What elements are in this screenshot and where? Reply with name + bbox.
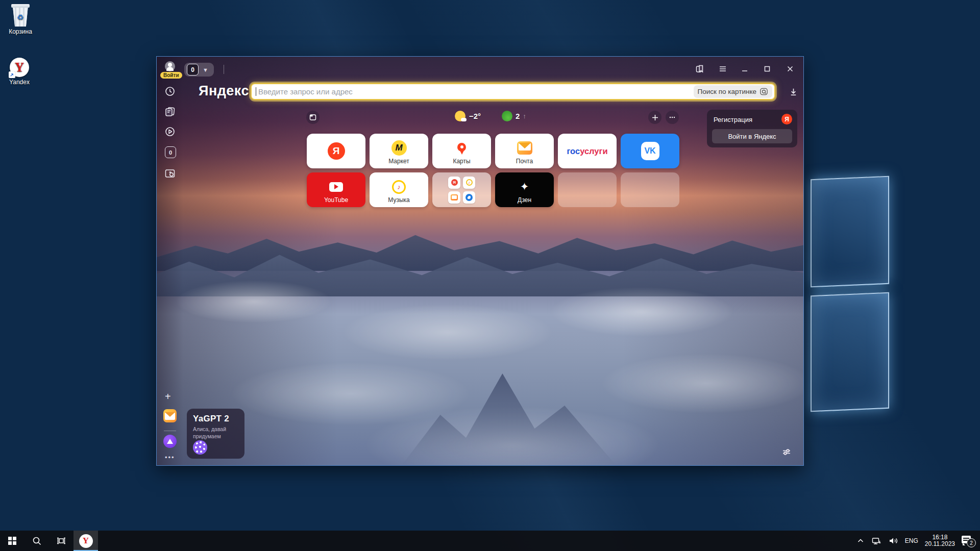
tile-yandex[interactable]: Я — [307, 134, 365, 168]
taskbar-yandex-browser-button[interactable]: Y — [74, 531, 98, 551]
music-icon: ♪ — [392, 180, 406, 194]
maximize-button[interactable] — [760, 61, 775, 77]
yagpt-icon — [193, 440, 207, 455]
windows-logo-pane-bottom — [811, 292, 889, 412]
tab-counter-control[interactable]: 0 ▼ — [184, 63, 214, 77]
login-yandex-button[interactable]: Войти в Яндекс — [712, 129, 792, 143]
taskbar-clock[interactable]: 16:18 20.11.2023 — [925, 534, 955, 547]
search-icon — [32, 536, 42, 546]
search-bar[interactable]: Поиск по картинке — [251, 83, 775, 100]
profile-avatar[interactable] — [165, 61, 175, 71]
notification-badge: 2 — [967, 538, 976, 547]
taskbar-search-button[interactable] — [24, 531, 49, 551]
tile-empty[interactable] — [558, 172, 617, 207]
traffic-up-icon: ↑ — [523, 112, 526, 120]
search-input[interactable] — [256, 87, 694, 96]
yagpt-subtitle: Алиса, давай придумаем — [193, 426, 234, 440]
weather-informer[interactable]: −2° — [455, 111, 481, 121]
board-view-button[interactable] — [306, 111, 320, 124]
tile-mail[interactable]: Почта — [495, 134, 554, 168]
minimize-button[interactable] — [737, 61, 752, 77]
desktop-icon-yandex[interactable]: Y Yandex — [0, 58, 39, 86]
sidebar-screenshot-button[interactable] — [164, 167, 176, 180]
alice-icon — [167, 439, 173, 444]
plus-icon — [652, 114, 658, 121]
traffic-informer[interactable]: 2 ↑ — [502, 111, 526, 121]
recycle-bin-label: Корзина — [1, 28, 40, 35]
tile-folder-group[interactable]: Я ♪ — [432, 172, 491, 207]
image-search-icon — [760, 87, 768, 96]
play-circle-icon — [164, 126, 176, 137]
tile-label: Почта — [495, 158, 554, 165]
yagpt-widget[interactable]: YaGPT 2 Алиса, давай придумаем — [187, 409, 244, 459]
sidebar-tabs-button[interactable]: 0 — [165, 146, 176, 158]
tile-gosuslugi[interactable]: госуслуги — [558, 134, 617, 168]
close-button[interactable] — [782, 61, 798, 77]
start-button[interactable] — [0, 531, 24, 551]
youtube-play-icon — [329, 182, 343, 192]
sidebar-history-button[interactable] — [164, 86, 176, 97]
maximize-icon — [764, 65, 771, 72]
sidebar-feed-button[interactable] — [164, 106, 176, 118]
vk-icon: VK — [641, 142, 659, 160]
volume-icon[interactable] — [888, 536, 898, 545]
mail-icon — [451, 194, 458, 201]
weather-sun-icon — [455, 111, 465, 121]
action-center-button[interactable]: 2 — [962, 535, 975, 547]
sidebar-add-button[interactable]: + — [165, 391, 171, 403]
tile-label: Карты — [432, 158, 491, 165]
panels-icon — [695, 64, 705, 74]
board-icon — [309, 114, 316, 121]
browser-icon — [465, 194, 473, 201]
downloads-button[interactable] — [786, 85, 801, 98]
background-settings-button[interactable] — [781, 446, 792, 460]
more-options-button[interactable] — [666, 111, 679, 124]
tile-market[interactable]: M Маркет — [370, 134, 428, 168]
alice-assistant-button[interactable] — [163, 435, 177, 448]
tile-maps[interactable]: Карты — [432, 134, 491, 168]
gosuslugi-logo: госуслуги — [567, 146, 607, 156]
yandex-icon: Я — [328, 142, 345, 160]
tray-chevron-up-icon[interactable] — [856, 537, 865, 545]
traffic-light-icon — [502, 111, 512, 121]
task-view-button[interactable] — [49, 531, 74, 551]
date: 20.11.2023 — [925, 541, 955, 547]
mini-tile-browser[interactable] — [463, 191, 475, 204]
music-icon: ♪ — [466, 179, 473, 186]
minimize-icon — [741, 65, 748, 72]
side-panel-button[interactable] — [692, 61, 707, 77]
mini-tile-music[interactable]: ♪ — [463, 177, 475, 189]
tile-youtube[interactable]: YouTube — [307, 172, 365, 207]
tile-music[interactable]: ♪ Музыка — [370, 172, 428, 207]
registration-title: Регистрация — [714, 116, 752, 123]
desktop-wallpaper: ♻ Корзина Y Yandex Войти 0 ▼ — [0, 0, 980, 551]
tile-vk[interactable]: VK — [621, 134, 679, 168]
recycle-bin-icon: ♻ — [10, 4, 31, 27]
tile-label: Музыка — [370, 196, 428, 204]
market-icon: M — [391, 140, 407, 156]
yandex-icon: Я — [451, 179, 458, 186]
screenshot-camera-icon — [164, 167, 176, 180]
tile-dzen[interactable]: ✦ Дзен — [495, 172, 554, 207]
mini-tile-mail[interactable] — [448, 191, 460, 204]
network-icon[interactable] — [871, 536, 881, 545]
language-indicator[interactable]: ENG — [905, 537, 918, 544]
menu-button[interactable] — [715, 61, 730, 77]
map-pin-icon — [457, 143, 466, 152]
tile-empty[interactable] — [621, 172, 679, 207]
tab-count-shield[interactable]: 0 — [187, 64, 199, 76]
add-tile-button[interactable] — [648, 111, 662, 124]
ellipsis-icon — [669, 114, 676, 121]
desktop-icon-recycle-bin[interactable]: ♻ Корзина — [1, 4, 40, 35]
sidebar-mail-app-icon[interactable] — [163, 409, 177, 422]
chevron-down-icon[interactable]: ▼ — [203, 67, 208, 73]
folder-mini-grid: Я ♪ — [448, 177, 475, 204]
close-icon — [787, 65, 794, 72]
sidebar-video-button[interactable] — [164, 126, 176, 137]
image-search-button[interactable]: Поиск по картинке — [694, 85, 772, 98]
sidebar-more-button[interactable]: ••• — [165, 454, 175, 461]
login-badge[interactable]: Войти — [160, 72, 182, 79]
mini-tile-yandex[interactable]: Я — [448, 177, 460, 189]
hamburger-icon — [718, 64, 727, 73]
browser-window: Войти 0 ▼ — [156, 56, 804, 466]
